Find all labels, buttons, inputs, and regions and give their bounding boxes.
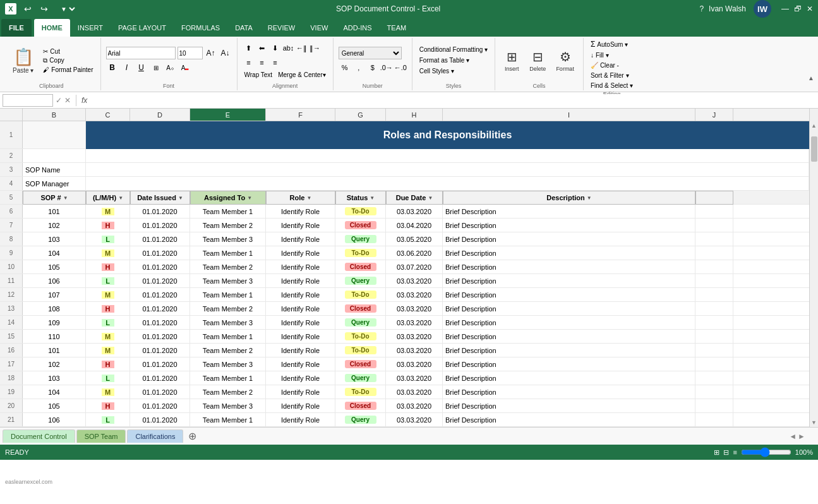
percent-button[interactable]: % xyxy=(339,61,351,74)
cell-sop-12[interactable]: 107 xyxy=(23,288,86,301)
cell-priority-21[interactable]: L xyxy=(86,413,130,426)
conditional-formatting-button[interactable]: Conditional Formatting ▾ xyxy=(418,45,490,54)
filter-arrow-lmh[interactable]: ▼ xyxy=(118,195,123,201)
view-normal-button[interactable]: ⊞ xyxy=(714,448,719,457)
cell-role-21[interactable]: Identify Role xyxy=(266,413,335,426)
cell-desc-21[interactable]: Brief Description xyxy=(443,413,695,426)
col-header-h[interactable]: H xyxy=(386,109,443,121)
cell-assigned-15[interactable]: Team Member 1 xyxy=(190,330,266,343)
fill-button[interactable]: ↓ Fill ▾ xyxy=(589,51,635,59)
cell-date-13[interactable]: 01.01.2020 xyxy=(130,302,190,315)
fill-color-button[interactable]: A⬦ xyxy=(164,61,177,74)
filter-arrow-assigned[interactable]: ▼ xyxy=(247,195,252,201)
cell-sop-9[interactable]: 104 xyxy=(23,246,86,260)
cell-assigned-7[interactable]: Team Member 2 xyxy=(190,219,266,232)
cell-date-15[interactable]: 01.01.2020 xyxy=(130,330,190,343)
border-button[interactable]: ⊞ xyxy=(150,61,162,74)
cell-assigned-6[interactable]: Team Member 1 xyxy=(190,205,266,218)
font-color-button[interactable]: A▂ xyxy=(179,61,191,74)
clear-button[interactable]: 🧹 Clear - xyxy=(589,61,635,69)
number-format-select[interactable]: General xyxy=(339,47,402,59)
cell-role-9[interactable]: Identify Role xyxy=(266,246,335,260)
cell-role-18[interactable]: Identify Role xyxy=(266,371,335,385)
cell-assigned-19[interactable]: Team Member 2 xyxy=(190,385,266,399)
cell-status-15[interactable]: To-Do xyxy=(335,330,386,343)
minimize-button[interactable]: — xyxy=(781,4,789,13)
cut-button[interactable]: ✂ Cut xyxy=(41,47,95,56)
sheet-tab-sop-team[interactable]: SOP Team xyxy=(76,429,126,443)
cell-desc-6[interactable]: Brief Description xyxy=(443,205,695,218)
autosum-button[interactable]: Σ AutoSum ▾ xyxy=(589,39,635,49)
bold-button[interactable]: B xyxy=(106,61,119,74)
cell-due-6[interactable]: 03.03.2020 xyxy=(386,205,443,218)
add-sheet-button[interactable]: ⊕ xyxy=(184,429,200,444)
cell-date-20[interactable]: 01.01.2020 xyxy=(130,399,190,412)
align-right-button[interactable]: ≡ xyxy=(269,56,282,69)
cell-due-17[interactable]: 03.03.2020 xyxy=(386,357,443,371)
cell-due-8[interactable]: 03.05.2020 xyxy=(386,232,443,246)
name-box[interactable]: E46 xyxy=(3,94,53,107)
cell-date-11[interactable]: 01.01.2020 xyxy=(130,274,190,287)
italic-button[interactable]: I xyxy=(121,61,133,74)
cell-extra-8[interactable] xyxy=(695,232,733,246)
cell-due-20[interactable]: 03.03.2020 xyxy=(386,399,443,412)
cell-role-19[interactable]: Identify Role xyxy=(266,385,335,399)
cell-desc-19[interactable]: Brief Description xyxy=(443,385,695,399)
cell-date-8[interactable]: 01.01.2020 xyxy=(130,232,190,246)
cell-extra-9[interactable] xyxy=(695,246,733,260)
cell-status-6[interactable]: To-Do xyxy=(335,205,386,218)
col-header-j[interactable]: J xyxy=(695,109,733,121)
cell-assigned-11[interactable]: Team Member 3 xyxy=(190,274,266,287)
find-select-button[interactable]: Find & Select ▾ xyxy=(589,81,635,90)
cell-assigned-9[interactable]: Team Member 1 xyxy=(190,246,266,260)
cell-due-15[interactable]: 03.03.2020 xyxy=(386,330,443,343)
insert-button[interactable]: ⊞ Insert xyxy=(500,43,523,78)
cell-desc-20[interactable]: Brief Description xyxy=(443,399,695,412)
align-left-button[interactable]: ≡ xyxy=(243,56,255,69)
col-header-b[interactable]: B xyxy=(23,109,86,121)
cell-b2[interactable] xyxy=(23,149,86,162)
cell-assigned-12[interactable]: Team Member 1 xyxy=(190,288,266,301)
cell-role-10[interactable]: Identify Role xyxy=(266,260,335,273)
cell-desc-15[interactable]: Brief Description xyxy=(443,330,695,343)
user-avatar[interactable]: IW xyxy=(754,0,771,18)
tab-review[interactable]: REVIEW xyxy=(260,19,303,37)
cell-date-17[interactable]: 01.01.2020 xyxy=(130,357,190,371)
cell-extra-10[interactable] xyxy=(695,260,733,273)
cell-desc-8[interactable]: Brief Description xyxy=(443,232,695,246)
align-middle-button[interactable]: ⬅ xyxy=(256,42,268,54)
cell-role-15[interactable]: Identify Role xyxy=(266,330,335,343)
scrollbar-vertical[interactable]: ▲ ▼ xyxy=(809,121,818,427)
cell-extra-7[interactable] xyxy=(695,219,733,232)
cell-styles-button[interactable]: Cell Styles ▾ xyxy=(418,67,490,75)
indent-increase-button[interactable]: ‖→ xyxy=(309,42,322,54)
ribbon-collapse-button[interactable]: ▲ xyxy=(808,75,814,81)
sheet-tab-clarifications[interactable]: Clarifications xyxy=(127,429,183,443)
cell-priority-10[interactable]: H xyxy=(86,260,130,273)
paste-button[interactable]: 📋 Paste ▾ xyxy=(8,45,39,76)
cell-sop-19[interactable]: 104 xyxy=(23,385,86,399)
filter-arrow-due[interactable]: ▼ xyxy=(428,195,433,201)
copy-button[interactable]: ⧉ Copy xyxy=(41,56,95,65)
filter-arrow-role[interactable]: ▼ xyxy=(306,195,311,201)
cell-due-11[interactable]: 03.03.2020 xyxy=(386,274,443,287)
cell-extra-19[interactable] xyxy=(695,385,733,399)
help-button[interactable]: ? xyxy=(699,4,704,13)
cell-date-16[interactable]: 01.01.2020 xyxy=(130,344,190,357)
cell-extra-15[interactable] xyxy=(695,330,733,343)
cell-priority-11[interactable]: L xyxy=(86,274,130,287)
cell-priority-8[interactable]: L xyxy=(86,232,130,246)
cell-due-21[interactable]: 03.03.2020 xyxy=(386,413,443,426)
cell-due-14[interactable]: 03.03.2020 xyxy=(386,316,443,329)
tab-file[interactable]: FILE xyxy=(1,19,32,37)
format-button[interactable]: ⚙ Format xyxy=(552,43,578,78)
undo-button[interactable]: ↩ xyxy=(20,1,35,16)
col-header-d[interactable]: D xyxy=(130,109,190,121)
cell-sop-14[interactable]: 109 xyxy=(23,316,86,329)
cell-sop-21[interactable]: 106 xyxy=(23,413,86,426)
cell-status-14[interactable]: Query xyxy=(335,316,386,329)
cell-role-14[interactable]: Identify Role xyxy=(266,316,335,329)
cell-desc-11[interactable]: Brief Description xyxy=(443,274,695,287)
align-center-button[interactable]: ≡ xyxy=(256,56,268,69)
cell-priority-13[interactable]: H xyxy=(86,302,130,315)
